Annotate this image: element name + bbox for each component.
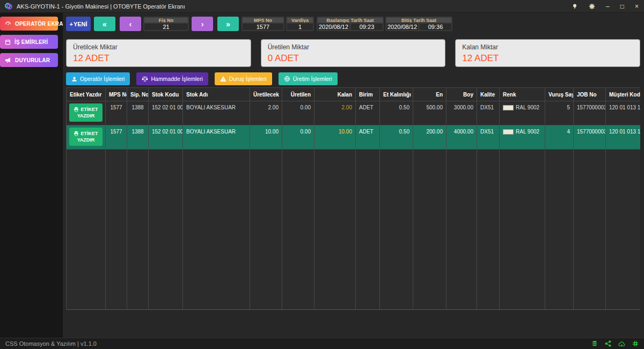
column-header-stok-adi[interactable]: Stok Adı <box>183 88 250 101</box>
tab-bar: Operatör İşlemleri Hammadde İşlemleri Du… <box>66 72 640 85</box>
fis-no-value[interactable]: 21 <box>144 24 188 30</box>
chevron-right-icon: › <box>201 20 204 28</box>
bitis-date-value[interactable]: 2020/08/12 <box>386 24 418 30</box>
app-logo-icon <box>4 2 13 10</box>
card-uretilen-miktar: Üretilen Miktar 0 ADET <box>261 39 446 67</box>
chevron-left-icon: ‹ <box>129 20 132 28</box>
grid-empty-area <box>67 150 641 310</box>
print-label-button[interactable]: ETİKET YAZDIR <box>69 128 103 146</box>
work-orders-grid: Etiket Yazdır MPS No Sip. No Stok Kodu S… <box>66 87 640 310</box>
card-value: 12 ADET <box>462 53 633 64</box>
new-button[interactable]: +YENİ <box>66 17 91 31</box>
cell-boy: 3000.00 <box>447 101 477 125</box>
globe-icon <box>284 76 290 82</box>
mps-no-value[interactable]: 1577 <box>243 24 283 30</box>
column-header-vurus-sayisi[interactable]: Vuruş Sayısı <box>545 88 574 101</box>
column-header-etiket-yazdir[interactable]: Etiket Yazdır <box>67 88 106 101</box>
first-record-button[interactable]: « <box>94 17 115 31</box>
cell-birim: ADET <box>356 101 380 125</box>
status-bar: CSS Otomasyon & Yazılım | v1.1.0 <box>0 338 644 349</box>
column-header-birim[interactable]: Birim <box>356 88 380 101</box>
column-header-musteri-kod[interactable]: Müşteri Kod <box>606 88 641 101</box>
table-row-selected[interactable]: ETİKET YAZDIR 1577 1388 152 02 01 001 BO… <box>67 125 641 150</box>
cell-et-kalinligi: 0.50 <box>380 125 413 150</box>
column-header-en[interactable]: En <box>413 88 447 101</box>
color-swatch <box>503 105 514 110</box>
cell-sip-no: 1388 <box>127 125 149 150</box>
cell-vurus-sayisi: 5 <box>545 101 574 125</box>
cell-kalan: 10.00 <box>314 125 356 150</box>
chip-icon <box>632 340 639 347</box>
tab-durus-islemleri[interactable]: Duruş İşlemleri <box>215 72 272 85</box>
tab-uretim-islemleri[interactable]: Üretim İşlemleri <box>279 72 338 85</box>
printer-icon <box>74 131 79 136</box>
gauge-icon <box>5 20 11 27</box>
bulb-icon[interactable] <box>572 3 578 10</box>
cell-musteri-kod: 120 01 013 1 <box>606 125 641 150</box>
bitis-time-value[interactable]: 09:36 <box>420 24 451 30</box>
card-uretilecek-miktar: Üretilcek Miktar 12 ADET <box>66 39 251 67</box>
baslangic-field: Başlangıç Tarih Saat 2020/08/12 09:23 <box>317 17 384 31</box>
column-header-et-kalinligi[interactable]: Et Kalınlığı <box>380 88 413 101</box>
column-header-boy[interactable]: Boy <box>447 88 477 101</box>
card-label: Üretilen Miktar <box>268 43 439 51</box>
print-label-button[interactable]: ETİKET YAZDIR <box>69 103 103 122</box>
column-header-mps-no[interactable]: MPS No <box>106 88 127 101</box>
cell-job-no: 1577000003 <box>574 125 606 150</box>
column-header-kalan[interactable]: Kalan <box>314 88 356 101</box>
last-record-button[interactable]: » <box>217 17 239 31</box>
person-icon <box>71 76 77 82</box>
close-button[interactable]: × <box>635 3 639 10</box>
cell-stok-adi: BOYALI AKSESUAR <box>183 125 250 150</box>
bitis-label: Bitiş Tarih Saat <box>386 18 451 23</box>
footer-version-text: CSS Otomasyon & Yazılım | v1.1.0 <box>5 340 97 347</box>
cell-renk: RAL 9002 <box>500 101 545 125</box>
cloud-icon <box>618 340 625 347</box>
column-header-job-no[interactable]: JOB No <box>574 88 606 101</box>
previous-record-button[interactable]: ‹ <box>120 17 141 31</box>
column-header-sip-no[interactable]: Sip. No <box>127 88 149 101</box>
next-record-button[interactable]: › <box>192 17 213 31</box>
warning-icon <box>220 76 226 82</box>
cell-kalite: DX51 <box>477 125 500 150</box>
cell-kalite: DX51 <box>477 101 500 125</box>
sidebar-item-is-emirleri[interactable]: İŞ EMİRLERİ <box>0 35 58 49</box>
card-kalan-miktar: Kalan Miktar 12 ADET <box>455 39 640 67</box>
calendar-icon <box>5 39 11 45</box>
sidebar-item-label: İŞ EMİRLERİ <box>14 39 48 45</box>
tab-hammadde-islemleri[interactable]: Hammadde İşlemleri <box>136 72 208 85</box>
sidebar-item-duyurular[interactable]: DUYURULAR <box>0 53 58 67</box>
column-header-renk[interactable]: Renk <box>500 88 545 101</box>
column-header-uretilen[interactable]: Üretilen <box>282 88 314 101</box>
main-content: +YENİ « ‹ Fiş No 21 › » MPS No 1577 Vard… <box>63 13 644 338</box>
sidebar-item-operator-ekrani[interactable]: OPERATÖR EKRANI <box>0 17 58 31</box>
column-header-kalite[interactable]: Kalite <box>477 88 500 101</box>
plus-icon: + <box>69 21 72 27</box>
cell-en: 200.00 <box>413 125 447 150</box>
cell-birim: ADET <box>356 125 380 150</box>
printer-icon <box>74 107 79 112</box>
cell-mps-no: 1577 <box>106 101 127 125</box>
cell-uretilecek: 2.00 <box>250 101 282 125</box>
baslangic-date-value[interactable]: 2020/08/12 <box>318 24 349 30</box>
database-icon <box>591 340 598 347</box>
vardiya-value[interactable]: 1 <box>287 24 313 30</box>
tab-operator-islemleri[interactable]: Operatör İşlemleri <box>66 72 130 85</box>
minimize-button[interactable]: – <box>606 3 610 10</box>
maximize-button[interactable]: □ <box>620 3 624 10</box>
megaphone-icon <box>5 57 11 63</box>
baslangic-label: Başlangıç Tarih Saat <box>318 18 383 23</box>
cell-stok-kodu: 152 02 01 001 <box>149 101 183 125</box>
table-row[interactable]: ETİKET YAZDIR 1577 1388 152 02 01 001 BO… <box>67 101 641 125</box>
grid-header-row: Etiket Yazdır MPS No Sip. No Stok Kodu S… <box>67 88 641 101</box>
column-header-uretilecek[interactable]: Üretilecek <box>250 88 282 101</box>
baslangic-time-value[interactable]: 09:23 <box>351 24 383 30</box>
double-chevron-left-icon: « <box>103 20 107 28</box>
sidebar-item-label: DUYURULAR <box>15 57 50 63</box>
cell-uretilen: 0.00 <box>282 125 314 150</box>
column-header-stok-kodu[interactable]: Stok Kodu <box>149 88 183 101</box>
settings-gear-icon[interactable] <box>589 3 595 10</box>
card-value: 12 ADET <box>73 53 244 64</box>
sidebar: OPERATÖR EKRANI İŞ EMİRLERİ DUYURULAR <box>0 13 63 338</box>
scales-icon <box>142 76 148 82</box>
